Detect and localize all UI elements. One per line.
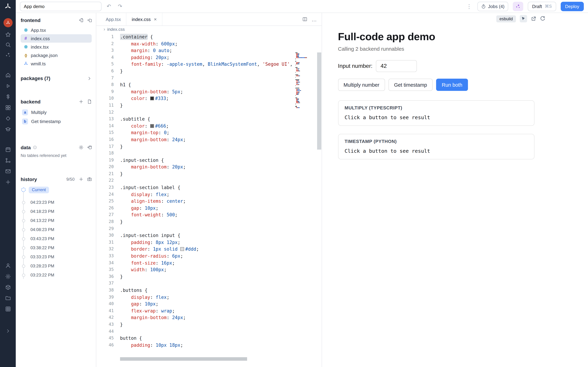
breadcrumb[interactable]: › index.css: [96, 26, 322, 33]
history-time: 04:13:22 PM: [30, 218, 54, 223]
plus-icon[interactable]: [5, 179, 11, 185]
code-line-38: .buttons {: [120, 287, 296, 294]
code-line-2: max-width: 600px;: [120, 40, 296, 47]
dollar-icon[interactable]: [5, 94, 11, 100]
jobs-button[interactable]: Jobs (4): [478, 1, 508, 11]
timeline-dot: [22, 237, 25, 240]
history-current[interactable]: Current: [21, 185, 92, 194]
topbar-actions: ⋮ Jobs (4) Draft ⌘S Deploy: [465, 1, 584, 11]
deploy-button[interactable]: Deploy: [561, 1, 584, 11]
open-external-icon[interactable]: [531, 16, 536, 21]
file-index.tsx[interactable]: index.tsx: [21, 43, 92, 51]
box-icon[interactable]: [5, 284, 11, 290]
data-settings-icon[interactable]: [79, 145, 84, 150]
gear-icon[interactable]: [5, 274, 11, 279]
number-input[interactable]: [376, 60, 417, 72]
multiply-number-button[interactable]: Multiply number: [338, 79, 385, 91]
horizontal-scrollbar[interactable]: [120, 357, 247, 361]
minimap[interactable]: [295, 52, 312, 108]
file-package.json[interactable]: {}package.json: [21, 51, 92, 59]
history-entry[interactable]: 03:33:23 PM: [21, 252, 92, 261]
file-App.tsx[interactable]: App.tsx: [21, 26, 92, 34]
app-name-input[interactable]: [20, 1, 102, 11]
flow-icon[interactable]: [5, 158, 11, 163]
grid-icon[interactable]: [5, 306, 11, 312]
draft-label: Draft: [532, 4, 542, 9]
run-both-button[interactable]: Run both: [436, 79, 468, 91]
action-buttons: Multiply numberGet timestampRun both: [338, 79, 534, 91]
close-tab-icon[interactable]: ×: [154, 17, 157, 22]
learn-icon[interactable]: [5, 126, 11, 132]
kebab-menu-icon[interactable]: ⋮: [465, 3, 473, 10]
packages-row[interactable]: packages (7): [21, 74, 92, 83]
add-file-icon[interactable]: [79, 18, 84, 23]
tab-index.css[interactable]: index.css×: [127, 13, 162, 25]
mail-icon[interactable]: [5, 168, 11, 174]
history-section: history 9/50 Current04:23:23 PM04:18:23 …: [21, 177, 92, 280]
expand-chevron-right-icon[interactable]: [5, 329, 10, 334]
code-line-34: font-size: 16px;: [120, 259, 296, 266]
history-entry[interactable]: 04:18:23 PM: [21, 207, 92, 216]
calendar-icon[interactable]: [5, 147, 11, 152]
code-line-31: padding: 8px 12px;: [120, 239, 296, 246]
history-count: 9/50: [66, 177, 75, 182]
more-actions-icon[interactable]: …: [311, 16, 317, 22]
add-snapshot-icon[interactable]: [79, 177, 84, 182]
split-editor-icon[interactable]: [303, 17, 307, 22]
editor-tabbar: App.tsxindex.css× …: [96, 13, 322, 26]
add-table-icon[interactable]: [87, 145, 92, 150]
code-area[interactable]: 1234567891011121314151617181920212223242…: [96, 33, 322, 367]
runnable-Multiply[interactable]: aMultiply: [21, 108, 92, 117]
inspect-cursor-icon[interactable]: [520, 15, 527, 22]
backend-section-title: backend: [21, 99, 41, 105]
app-avatar[interactable]: [3, 18, 12, 27]
diamond-icon[interactable]: [5, 116, 11, 121]
history-entry[interactable]: 03:43:23 PM: [21, 234, 92, 243]
camera-icon[interactable]: [87, 177, 92, 182]
timeline-dot: [22, 219, 25, 222]
windmill-logo-icon[interactable]: [0, 0, 16, 13]
history-entry[interactable]: 03:38:22 PM: [21, 243, 92, 252]
code-line-27: font-weight: 500;: [120, 212, 296, 218]
runnable-file-icon[interactable]: [87, 100, 92, 104]
history-entry[interactable]: 03:28:23 PM: [21, 261, 92, 271]
code-line-24: display: flex;: [120, 191, 296, 198]
tab-App.tsx[interactable]: App.tsx: [100, 13, 127, 25]
ai-wand-button[interactable]: [513, 1, 523, 11]
user-icon[interactable]: [5, 263, 11, 268]
history-time: 04:08:23 PM: [30, 227, 54, 232]
search-icon[interactable]: [5, 42, 11, 48]
play-icon[interactable]: [5, 83, 11, 89]
add-runnable-icon[interactable]: [79, 100, 84, 104]
breadcrumb-file: index.css: [107, 27, 125, 32]
timeline-dot: [22, 264, 25, 267]
redo-icon[interactable]: ↷: [116, 3, 124, 9]
runnable-Get timestamp[interactable]: bGet timestamp: [21, 117, 92, 126]
code-line-41: flex-wrap: wrap;: [120, 308, 296, 314]
file-wmill.ts[interactable]: wmill.ts: [21, 59, 92, 68]
refresh-icon[interactable]: [540, 16, 545, 21]
current-version-pill: Current: [29, 186, 49, 193]
code-line-32: border: 1px solid #ddd;: [120, 246, 296, 253]
undo-icon[interactable]: ↶: [105, 3, 113, 9]
line-numbers: 1234567891011121314151617181920212223242…: [96, 33, 114, 349]
wand-icon: [516, 4, 521, 9]
timeline-dot: [22, 274, 25, 277]
home-icon[interactable]: [5, 72, 11, 78]
vertical-scrollbar[interactable]: [317, 52, 321, 150]
history-entry[interactable]: 04:08:23 PM: [21, 225, 92, 234]
star-icon[interactable]: [5, 32, 11, 37]
folder-icon[interactable]: [5, 295, 11, 301]
draft-button[interactable]: Draft ⌘S: [528, 1, 556, 11]
history-entry[interactable]: 03:23:22 PM: [21, 271, 92, 280]
code-line-5: font-family: -apple-system, BlinkMacSyst…: [120, 61, 296, 68]
history-entry[interactable]: 04:13:22 PM: [21, 216, 92, 225]
get-timestamp-button[interactable]: Get timestamp: [389, 79, 433, 91]
code-line-25: align-items: center;: [120, 198, 296, 205]
code-line-43: }: [120, 321, 296, 328]
wand-icon[interactable]: [5, 52, 11, 58]
file-index.css[interactable]: #index.css: [21, 34, 92, 43]
add-folder-icon[interactable]: [87, 18, 92, 23]
history-entry[interactable]: 04:23:23 PM: [21, 198, 92, 207]
apps-icon[interactable]: [5, 105, 11, 110]
